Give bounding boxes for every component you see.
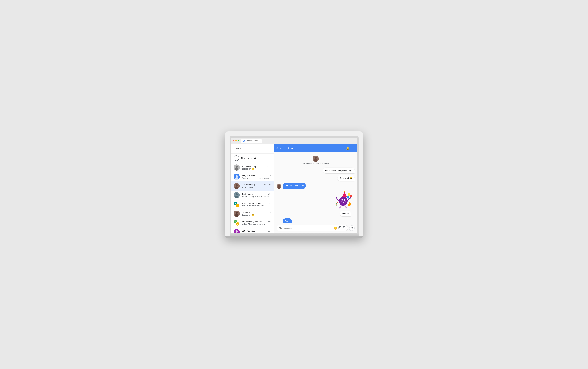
new-conversation-button[interactable]: + New conversation xyxy=(231,154,274,163)
conv-top: Amanda McNary 2 min xyxy=(242,165,272,168)
svg-point-51 xyxy=(349,203,349,204)
svg-point-57 xyxy=(339,227,340,228)
conv-info: Ray Schwerdtner, Jason Tzou Tue Ray: Let… xyxy=(242,202,272,207)
emoji-icon[interactable]: 😊 xyxy=(334,227,337,230)
conv-time: Wed xyxy=(268,193,271,195)
conversation-item[interactable]: (650) 695-3875 12:44 PM Thank you. I'm h… xyxy=(231,172,274,181)
me-too-row: Me too! xyxy=(277,211,355,216)
message-bubble-received: See you soon xyxy=(283,218,292,223)
conv-name: Amanda McNary xyxy=(242,165,256,168)
conv-name: Jason Cho xyxy=(242,211,251,214)
conversation-item[interactable]: Scott Fleener Wed We are heading to San … xyxy=(231,190,274,200)
conv-top: Ray Schwerdtner, Jason Tzou Tue xyxy=(242,202,272,204)
conv-info: Birthday Party Planning Feb 6 Jacinta: T… xyxy=(242,220,272,225)
avatar xyxy=(233,174,240,180)
message-row-received: See you soon 10:34 AM xyxy=(277,218,355,223)
conversation-item[interactable]: Amanda McNary 2 min No problem! 😊 xyxy=(231,163,274,172)
message-row-received: Can't wait to catch up xyxy=(277,183,355,189)
conv-info: (650) 695-3875 12:44 PM Thank you. I'm h… xyxy=(242,174,272,179)
chat-header-icons: 🔔 ⋮ xyxy=(346,147,355,150)
image-icon[interactable] xyxy=(343,226,346,230)
maximize-button[interactable] xyxy=(238,140,239,141)
conv-preview: Jacinta: That is amazing, Jeremy xyxy=(242,223,272,225)
svg-point-1 xyxy=(235,166,238,168)
conv-top: (650) 695-3875 12:44 PM xyxy=(242,174,272,177)
screen-bezel: M Messages for web Messages ⋮ + xyxy=(230,136,359,233)
conversation-list: Amanda McNary 2 min No problem! 😊 xyxy=(231,163,274,233)
close-button[interactable] xyxy=(233,140,234,141)
svg-point-52 xyxy=(350,203,350,204)
chat-input-area: 😊 xyxy=(274,223,357,233)
tab-favicon: M xyxy=(243,140,245,142)
message-avatar xyxy=(277,184,282,189)
chat-messages: Conversation with Jake • 10:15 AM I can'… xyxy=(274,152,357,223)
svg-point-28 xyxy=(278,185,280,187)
conv-name: Jake Leichtling xyxy=(242,184,255,186)
traffic-lights xyxy=(233,140,239,141)
svg-point-39 xyxy=(339,197,347,206)
conv-info: Jake Leichtling 10:34 AM See you soon xyxy=(242,184,272,189)
conv-time: Feb 6 xyxy=(267,212,271,213)
tab-label: Messages for web xyxy=(246,140,260,142)
conv-time: 10:34 AM xyxy=(264,184,271,186)
conv-name: (519) 729-5335 xyxy=(242,230,255,232)
conv-start-text: Conversation with Jake • 10:15 AM xyxy=(302,162,328,164)
svg-point-25 xyxy=(315,157,317,159)
browser-chrome: M Messages for web Messages ⋮ + xyxy=(231,138,357,233)
conv-name: Ray Schwerdtner, Jason Tzou xyxy=(242,202,267,204)
chat-message-input[interactable] xyxy=(279,227,332,229)
svg-point-48 xyxy=(348,202,351,206)
avatar-group: T J xyxy=(233,201,240,208)
conv-preview: Ray: Let me know next time xyxy=(242,205,272,207)
avatar xyxy=(233,192,240,198)
svg-point-44 xyxy=(340,200,342,202)
sticker-icon[interactable] xyxy=(338,226,341,230)
sidebar: Messages ⋮ + New conversation xyxy=(231,144,274,233)
conv-start-info: Conversation with Jake • 10:15 AM xyxy=(277,156,355,164)
conv-time: Tue xyxy=(269,202,272,204)
conversation-item[interactable]: (519) 729-5335 Feb 5 Yes, I will contact… xyxy=(231,227,274,233)
conv-name: Birthday Party Planning xyxy=(242,220,262,223)
send-button[interactable] xyxy=(349,225,355,231)
conv-top: Scott Fleener Wed xyxy=(242,193,272,195)
laptop-foot xyxy=(225,236,363,238)
chat-area: Jake Leichtling 🔔 ⋮ xyxy=(274,144,357,233)
chat-input-box: 😊 xyxy=(277,225,348,231)
conversation-item[interactable]: Jason Cho Feb 6 No problem! 😎 xyxy=(231,209,274,218)
conv-info: Jason Cho Feb 6 No problem! 😎 xyxy=(242,211,272,216)
browser-toolbar: M Messages for web xyxy=(231,138,357,144)
notification-icon[interactable]: 🔔 xyxy=(346,147,349,150)
message-bubble-sent: I can't wait for the party tonight xyxy=(323,168,355,173)
conv-name: (650) 695-3875 xyxy=(242,174,255,177)
svg-point-45 xyxy=(345,200,346,202)
conv-info: Amanda McNary 2 min No problem! 😊 xyxy=(242,165,272,170)
chat-contact-name: Jake Leichtling xyxy=(277,147,293,150)
new-conversation-label: New conversation xyxy=(241,157,258,160)
svg-point-13 xyxy=(235,212,238,214)
avatar xyxy=(233,229,240,233)
svg-rect-56 xyxy=(338,227,341,229)
message-bubble-received: Can't wait to catch up xyxy=(283,183,306,189)
chat-header: Jake Leichtling 🔔 ⋮ xyxy=(274,144,357,152)
conv-top: Jake Leichtling 10:34 AM xyxy=(242,184,272,186)
conv-preview: See you soon xyxy=(242,186,272,189)
me-too-bubble: Me too! xyxy=(340,211,351,216)
message-row-sent: I can't wait for the party tonight xyxy=(277,168,355,173)
more-options-icon[interactable]: ⋮ xyxy=(352,147,355,150)
conversation-item[interactable]: A J Birthday Party Planning Feb 6 Jacint… xyxy=(231,218,274,227)
conv-top: Jason Cho Feb 6 xyxy=(242,211,272,214)
avatar xyxy=(233,164,240,171)
new-conversation-icon: + xyxy=(233,155,239,161)
conv-time: 2 min xyxy=(267,166,272,167)
browser-tab[interactable]: M Messages for web xyxy=(241,139,262,142)
conversation-item[interactable]: T J Ray Schwerdtner, Jason Tzou Tue Ray:… xyxy=(231,200,274,209)
conversation-item-active[interactable]: Jake Leichtling 10:34 AM See you soon xyxy=(231,181,274,190)
conv-info: Scott Fleener Wed We are heading to San … xyxy=(242,193,272,198)
svg-point-42 xyxy=(342,200,343,200)
received-bubble-group: See you soon 10:34 AM xyxy=(283,218,299,223)
app-container: Messages ⋮ + New conversation xyxy=(231,144,357,233)
more-icon[interactable]: ⋮ xyxy=(267,146,272,151)
laptop-wrapper: M Messages for web Messages ⋮ + xyxy=(225,131,363,238)
svg-marker-30 xyxy=(342,192,347,197)
minimize-button[interactable] xyxy=(235,140,237,141)
